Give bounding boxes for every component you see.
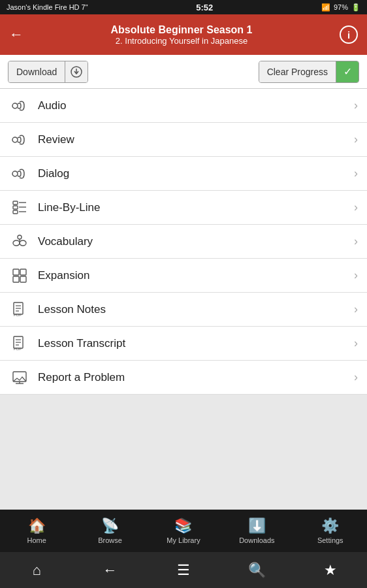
- svg-rect-16: [20, 269, 26, 275]
- home-nav-label: Home: [27, 536, 46, 544]
- report-problem-icon: [9, 367, 30, 388]
- download-icon: [65, 61, 88, 82]
- toolbar: Download Clear Progress ✓: [0, 55, 367, 89]
- bottom-home-button[interactable]: ⌂: [17, 552, 56, 588]
- nav-downloads[interactable]: ⬇️ Downloads: [231, 517, 283, 544]
- bottom-back-button[interactable]: ←: [91, 552, 130, 588]
- vocabulary-label: Vocabulary: [38, 235, 354, 248]
- line-by-line-label: Line-By-Line: [38, 201, 354, 214]
- chevron-icon: ›: [354, 201, 358, 214]
- lesson-transcript-label: Lesson Transcript: [38, 337, 354, 350]
- dialog-icon: [9, 163, 30, 184]
- svg-point-4: [12, 171, 18, 176]
- lesson-notes-icon: PDF: [9, 299, 30, 320]
- battery-icon: 🔋: [351, 3, 360, 12]
- bottom-star-button[interactable]: ★: [311, 552, 350, 588]
- audio-label: Audio: [38, 99, 354, 112]
- list-item-vocabulary[interactable]: Vocabulary ›: [0, 225, 367, 259]
- downloads-nav-label: Downloads: [239, 536, 274, 544]
- battery-level: 97%: [334, 3, 348, 11]
- my-library-nav-icon: 📚: [174, 517, 192, 534]
- list-item-review[interactable]: Review ›: [0, 123, 367, 157]
- list-item-lesson-notes[interactable]: PDF Lesson Notes ›: [0, 293, 367, 327]
- download-button[interactable]: Download: [8, 61, 88, 83]
- bottom-menu-button[interactable]: ☰: [164, 552, 203, 588]
- svg-rect-7: [13, 210, 18, 214]
- svg-text:PDF: PDF: [14, 347, 22, 351]
- my-library-nav-label: My Library: [167, 536, 200, 544]
- svg-rect-5: [13, 201, 18, 204]
- audio-icon: [9, 95, 30, 116]
- list-item-audio[interactable]: Audio ›: [0, 89, 367, 123]
- download-label: Download: [8, 61, 65, 82]
- device-name: Jason's Kindle Fire HD 7": [7, 3, 88, 11]
- svg-point-12: [13, 240, 20, 246]
- lesson-transcript-icon: PDF: [9, 333, 30, 354]
- svg-rect-18: [20, 276, 26, 282]
- browse-nav-icon: 📡: [101, 517, 119, 534]
- chevron-icon: ›: [354, 99, 358, 112]
- clear-progress-button[interactable]: Clear Progress ✓: [259, 61, 359, 83]
- time: 5:52: [196, 3, 213, 12]
- header: ← Absolute Beginner Season 1 2. Introduc…: [0, 14, 367, 55]
- check-icon: ✓: [336, 61, 359, 82]
- svg-rect-6: [13, 206, 18, 209]
- header-title-block: Absolute Beginner Season 1 2. Introducin…: [24, 24, 340, 46]
- bottom-search-button[interactable]: 🔍: [237, 552, 276, 588]
- list-item-lesson-transcript[interactable]: PDF Lesson Transcript ›: [0, 327, 367, 361]
- list-item-dialog[interactable]: Dialog ›: [0, 157, 367, 191]
- chevron-icon: ›: [354, 133, 358, 146]
- svg-point-2: [12, 103, 18, 108]
- list-item-line-by-line[interactable]: Line-By-Line ›: [0, 191, 367, 225]
- line-by-line-icon: [9, 197, 30, 218]
- svg-rect-15: [13, 269, 19, 275]
- review-label: Review: [38, 133, 354, 146]
- svg-point-11: [18, 235, 22, 239]
- settings-nav-label: Settings: [317, 536, 343, 544]
- home-nav-icon: 🏠: [28, 517, 46, 534]
- bottom-toolbar: ⌂ ← ☰ 🔍 ★: [0, 552, 367, 588]
- bottom-nav: 🏠 Home 📡 Browse 📚 My Library ⬇️ Download…: [0, 510, 367, 552]
- chevron-icon: ›: [354, 167, 358, 180]
- downloads-nav-icon: ⬇️: [248, 517, 266, 534]
- vocabulary-icon: [9, 231, 30, 252]
- nav-my-library[interactable]: 📚 My Library: [157, 517, 210, 544]
- list-item-report-problem[interactable]: Report a Problem ›: [0, 361, 367, 395]
- status-bar: Jason's Kindle Fire HD 7" 5:52 📶 97% 🔋: [0, 0, 367, 14]
- info-button[interactable]: i: [340, 25, 358, 44]
- nav-browse[interactable]: 📡 Browse: [84, 517, 136, 544]
- nav-home[interactable]: 🏠 Home: [10, 517, 63, 544]
- svg-rect-17: [13, 276, 19, 282]
- chevron-icon: ›: [354, 269, 358, 282]
- wifi-icon: 📶: [321, 3, 330, 12]
- chevron-icon: ›: [354, 370, 358, 384]
- battery-info: 📶 97% 🔋: [321, 3, 360, 12]
- header-title-main: Absolute Beginner Season 1: [24, 24, 340, 36]
- dialog-label: Dialog: [38, 167, 354, 180]
- svg-point-14: [20, 240, 26, 246]
- svg-point-3: [12, 137, 18, 142]
- lesson-notes-label: Lesson Notes: [38, 303, 354, 316]
- expansion-icon: [9, 265, 30, 286]
- expansion-label: Expansion: [38, 269, 354, 282]
- settings-nav-icon: ⚙️: [321, 517, 339, 534]
- lesson-list: Audio › Review › Dialog ›: [0, 89, 367, 395]
- clear-progress-label: Clear Progress: [259, 61, 336, 82]
- report-problem-label: Report a Problem: [38, 371, 354, 384]
- nav-settings[interactable]: ⚙️ Settings: [304, 517, 357, 544]
- chevron-icon: ›: [354, 302, 358, 316]
- back-button[interactable]: ←: [9, 26, 24, 43]
- list-item-expansion[interactable]: Expansion ›: [0, 259, 367, 293]
- chevron-icon: ›: [354, 235, 358, 248]
- header-title-sub: 2. Introducing Yourself in Japanese: [24, 36, 340, 46]
- review-icon: [9, 129, 30, 150]
- chevron-icon: ›: [354, 336, 358, 350]
- svg-text:PDF: PDF: [14, 313, 22, 317]
- browse-nav-label: Browse: [98, 536, 122, 544]
